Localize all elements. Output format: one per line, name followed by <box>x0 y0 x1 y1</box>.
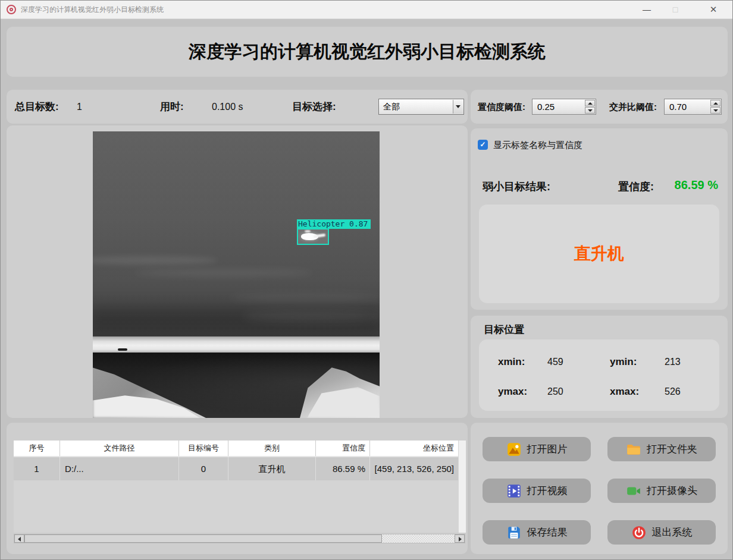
header-target-id: 目标编号 <box>179 441 228 456</box>
target-select-value: 全部 <box>383 99 400 114</box>
cloud-streak <box>242 311 380 322</box>
button-label: 打开图片 <box>527 442 568 456</box>
result-class-name: 直升机 <box>479 205 719 303</box>
spin-down-icon[interactable] <box>710 107 721 114</box>
cell-coordinates[interactable]: [459, 213, 526, 250] <box>370 457 458 480</box>
close-button[interactable]: ✕ <box>700 1 726 18</box>
camera-icon <box>626 483 641 499</box>
detection-label: Helicopter 0.87 <box>297 219 371 229</box>
target-position-box: xmin: 459 ymin: 213 ymax: 250 xmax: 526 <box>479 339 719 411</box>
actions-panel: 打开图片 打开文件夹 打开视频 打开摄像头 <box>471 423 728 554</box>
save-results-button[interactable]: 保存结果 <box>483 520 591 545</box>
folder-icon <box>626 442 641 457</box>
time-value: 0.100 s <box>212 90 243 124</box>
spin-up-icon[interactable] <box>585 100 595 106</box>
confidence-threshold-spinbox[interactable]: 0.25 <box>532 99 596 115</box>
power-icon <box>631 525 647 540</box>
detection-bounding-box <box>297 228 329 245</box>
iou-threshold-spinbox[interactable]: 0.70 <box>664 99 722 115</box>
image-viewer-panel: Helicopter 0.87 <box>7 125 468 418</box>
button-label: 退出系统 <box>652 526 693 539</box>
table-empty-area <box>14 480 458 533</box>
button-label: 打开文件夹 <box>647 442 697 456</box>
confidence-value: 86.59 % <box>653 178 718 192</box>
save-icon <box>506 525 522 540</box>
cloud-streak <box>230 293 380 303</box>
horizon-shoreline <box>93 336 380 353</box>
header-confidence: 置信度 <box>316 441 370 456</box>
combobox-dropdown-icon[interactable] <box>453 100 463 114</box>
results-table-panel: 序号 文件路径 目标编号 类别 置信度 坐标位置 1 D:/... 0 直升机 … <box>7 423 468 554</box>
header-panel: 深度学习的计算机视觉红外弱小目标检测系统 <box>7 27 728 77</box>
target-select-combobox[interactable]: 全部 <box>378 99 464 115</box>
cloud-streak <box>134 269 313 276</box>
app-target-icon <box>7 5 16 14</box>
open-image-button[interactable]: 打开图片 <box>483 437 591 461</box>
open-video-button[interactable]: 打开视频 <box>483 479 591 503</box>
header-class: 类别 <box>228 441 316 456</box>
vertical-scrollbar-track[interactable] <box>458 441 466 533</box>
titlebar: 深度学习的计算机视觉红外弱小目标检测系统 — □ ✕ <box>1 1 732 19</box>
distant-boat <box>118 348 127 351</box>
results-panel: ✓ 显示标签名称与置信度 弱小目标结果: 置信度: 86.59 % 直升机 <box>471 128 728 310</box>
total-targets-label: 总目标数: <box>15 90 59 124</box>
target-select-label: 目标选择: <box>292 90 336 124</box>
confidence-label: 置信度: <box>618 180 654 194</box>
button-label: 打开视频 <box>527 484 568 498</box>
cell-target-id[interactable]: 0 <box>179 457 228 480</box>
target-position-title: 目标位置 <box>484 323 524 336</box>
cell-class[interactable]: 直升机 <box>228 457 316 480</box>
ymax-value: 250 <box>547 386 563 397</box>
time-label: 用时: <box>160 90 184 124</box>
result-class-box: 直升机 <box>479 205 719 303</box>
table-header-row: 序号 文件路径 目标编号 类别 置信度 坐标位置 <box>14 441 458 456</box>
infrared-image: Helicopter 0.87 <box>93 131 380 418</box>
open-camera-button[interactable]: 打开摄像头 <box>607 479 716 503</box>
ymin-label: ymin: <box>610 356 637 368</box>
table-row[interactable]: 1 D:/... 0 直升机 86.59 % [459, 213, 526, 2… <box>14 456 458 480</box>
cloud-streak <box>93 256 218 265</box>
total-targets-value: 1 <box>77 90 82 124</box>
exit-system-button[interactable]: 退出系统 <box>607 520 716 545</box>
iou-threshold-value[interactable]: 0.70 <box>669 99 687 114</box>
show-labels-label: 显示标签名称与置信度 <box>493 140 582 151</box>
page-title: 深度学习的计算机视觉红外弱小目标检测系统 <box>7 27 728 77</box>
weak-target-result-label: 弱小目标结果: <box>483 180 550 194</box>
spin-up-icon[interactable] <box>710 100 721 106</box>
header-coordinates: 坐标位置 <box>370 441 458 456</box>
cell-file-path[interactable]: D:/... <box>60 457 179 480</box>
target-position-panel: 目标位置 xmin: 459 ymin: 213 ymax: 250 xmax:… <box>471 316 728 418</box>
maximize-button[interactable]: □ <box>662 1 688 18</box>
stats-panel: 总目标数: 1 用时: 0.100 s 目标选择: 全部 <box>7 90 468 124</box>
xmin-value: 459 <box>547 357 563 367</box>
spin-buttons <box>710 100 721 114</box>
scroll-right-icon[interactable] <box>455 534 465 543</box>
results-table: 序号 文件路径 目标编号 类别 置信度 坐标位置 1 D:/... 0 直升机 … <box>14 441 458 480</box>
xmin-label: xmin: <box>498 356 525 368</box>
button-label: 保存结果 <box>527 526 568 539</box>
horizontal-scrollbar[interactable] <box>14 534 465 543</box>
image-icon <box>506 442 522 457</box>
open-folder-button[interactable]: 打开文件夹 <box>607 437 716 461</box>
app-window: 深度学习的计算机视觉红外弱小目标检测系统 — □ ✕ 深度学习的计算机视觉红外弱… <box>0 0 733 560</box>
confidence-threshold-value[interactable]: 0.25 <box>537 99 555 114</box>
xmax-value: 526 <box>665 386 681 397</box>
ymin-value: 213 <box>665 357 681 367</box>
button-label: 打开摄像头 <box>647 484 697 498</box>
window-title: 深度学习的计算机视觉红外弱小目标检测系统 <box>21 1 164 18</box>
show-labels-checkbox[interactable]: ✓ <box>478 140 488 150</box>
spin-buttons <box>585 100 595 114</box>
video-icon <box>506 483 522 499</box>
minimize-button[interactable]: — <box>634 1 660 18</box>
header-index: 序号 <box>14 441 60 456</box>
confidence-threshold-label: 置信度阈值: <box>478 90 525 124</box>
scrollbar-thumb[interactable] <box>24 534 382 543</box>
cell-confidence[interactable]: 86.59 % <box>316 457 370 480</box>
scroll-left-icon[interactable] <box>14 534 24 543</box>
header-file-path: 文件路径 <box>60 441 179 456</box>
thresholds-panel: 置信度阈值: 0.25 交并比阈值: 0.70 <box>471 90 728 124</box>
cell-index[interactable]: 1 <box>14 457 60 480</box>
ymax-label: ymax: <box>498 386 527 398</box>
iou-threshold-label: 交并比阈值: <box>609 90 657 124</box>
spin-down-icon[interactable] <box>585 107 595 114</box>
